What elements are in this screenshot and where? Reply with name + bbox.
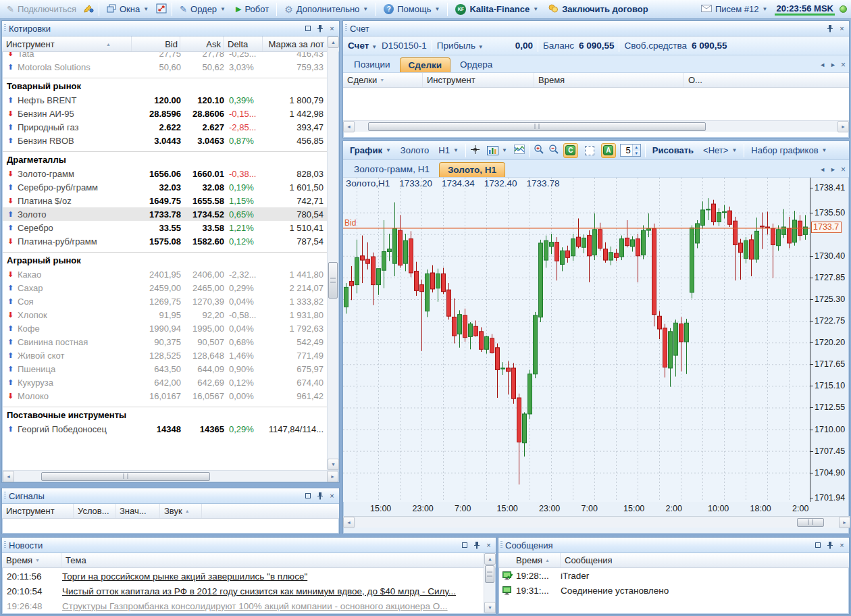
crosshair-icon[interactable] [470, 145, 480, 157]
scrollbar-thumb[interactable] [797, 518, 824, 527]
close-icon[interactable]: × [328, 24, 336, 33]
quote-row[interactable]: ⬇Бензин АИ-9528.859628.8606-0,15...1 442… [3, 107, 327, 120]
quote-row[interactable]: ⬆Соя1269,751270,390,04%1 333,82 [3, 294, 327, 308]
quotes-table-header[interactable]: Инструмент▲ Bid Ask Delta Маржа за лот [2, 36, 339, 52]
scroll-left-icon[interactable]: ◄ [343, 517, 355, 528]
column-time[interactable]: Время▲ [498, 553, 561, 567]
chart-plot[interactable]: Золото,H1 1733.20 1734.34 1732.40 1733.7… [343, 178, 810, 502]
quote-row[interactable]: ⬇Молоко16,016716,05670,00%961,42 [3, 389, 327, 403]
column-time[interactable]: Время [534, 73, 684, 87]
message-row[interactable]: 19:31:...Соединение установлено [498, 583, 849, 598]
tab-scroll-left-icon[interactable]: ◄ [819, 166, 825, 173]
scroll-up-icon[interactable]: ▲ [484, 553, 496, 565]
quote-row[interactable]: ⬆Кофе1990,941995,000,04%1 792,63 [3, 322, 327, 335]
quote-row[interactable]: ⬆Природный газ2.6222.627-2,85...393,47 [3, 120, 327, 134]
account-selector[interactable]: Счет ▼ [348, 41, 377, 51]
close-icon[interactable]: × [484, 541, 493, 550]
pin-icon[interactable] [315, 24, 324, 33]
chart-symbol-select[interactable]: Золото [398, 144, 432, 157]
candles-mode-button[interactable]: C [563, 143, 578, 158]
scrollbar-thumb[interactable] [368, 122, 706, 131]
extra-menu[interactable]: ⚙ Дополнительно ▼ [282, 3, 371, 16]
pin-icon[interactable] [315, 492, 324, 500]
tab-gold-gram[interactable]: Золото-грамм, H1 [346, 161, 438, 177]
spin-down-icon[interactable]: ▼ [633, 151, 640, 157]
tab-orders[interactable]: Ордера [452, 57, 500, 72]
close-icon[interactable]: × [837, 24, 846, 33]
pin-icon[interactable] [825, 541, 834, 550]
quotes-title-bar[interactable]: Котировки × [2, 21, 339, 36]
maximize-icon[interactable] [813, 541, 822, 550]
column-deals[interactable]: Сделки▼ [343, 73, 423, 87]
account-title-bar[interactable]: Счет × [343, 21, 849, 36]
help-menu[interactable]: ? Помощь ▼ [381, 3, 442, 16]
signals-table-header[interactable]: Инструмент Услов... Знач... Звук▲ [2, 504, 339, 519]
indicators-icon[interactable] [514, 145, 525, 156]
messages-table-header[interactable]: Время▲ Сообщения [498, 553, 849, 568]
news-table-header[interactable]: Время▼ Тема [2, 553, 496, 568]
scroll-left-icon[interactable]: ◄ [3, 471, 14, 482]
column-value[interactable]: Знач... [115, 504, 160, 518]
quotes-horizontal-scrollbar[interactable]: ◄ ► [3, 470, 338, 482]
price-axis[interactable]: 1738.411735.501730.401727.851725.301722.… [810, 178, 850, 502]
column-topic[interactable]: Тема [61, 553, 484, 567]
pin-icon[interactable] [472, 541, 481, 550]
connection-settings-icon[interactable] [84, 3, 94, 15]
messages-title-bar[interactable]: Сообщения × [498, 538, 849, 553]
pin-icon[interactable] [825, 24, 834, 33]
quote-row[interactable]: ⬆Живой скот128,525128,6481,46%771,49 [3, 349, 327, 362]
quote-row[interactable]: ⬆Серебро-руб/грамм32.0332.080,19%1 601,5… [3, 180, 327, 194]
quote-row[interactable]: ⬇Золото-грамм1656.061660.01-0,38...828,0… [3, 167, 327, 180]
tab-scroll-right-icon[interactable]: ► [830, 61, 836, 68]
quote-row[interactable]: ⬆Георгий Победоносец14348143650,29%1147,… [3, 422, 327, 436]
news-topic-link[interactable]: Чистый отток капитала из РФ в 2012 году … [62, 586, 484, 596]
quote-row[interactable]: ⬆Motorola Solutions50,6050,623,03%759,33 [3, 60, 327, 74]
zoom-in-icon[interactable] [534, 144, 544, 157]
quote-row[interactable]: ⬇Платина-руб/грамм1575.081582.600,12%787… [3, 234, 327, 248]
news-title-bar[interactable]: Новости × [2, 538, 496, 553]
chart-type-icon[interactable]: ▼ [484, 145, 510, 157]
column-condition[interactable]: Услов... [74, 504, 115, 518]
scroll-down-icon[interactable]: ▼ [328, 459, 339, 470]
column-delta[interactable]: Delta [224, 36, 263, 51]
scroll-right-icon[interactable]: ► [837, 121, 849, 132]
tab-scroll-right-icon[interactable]: ► [830, 166, 836, 173]
column-sound[interactable]: Звук▲ [160, 504, 202, 518]
tab-positions[interactable]: Позиции [346, 57, 398, 72]
column-ask[interactable]: Ask [180, 36, 224, 51]
quote-row[interactable]: ⬆Бензин RBOB3.04433.04630,87%456,85 [3, 134, 327, 147]
tab-gold[interactable]: Золото, H1 [439, 162, 505, 177]
scrollbar-thumb[interactable] [485, 565, 494, 583]
server-clock[interactable]: 20:23:56 MSK [775, 3, 835, 16]
signals-title-bar[interactable]: Сигналы × [2, 488, 339, 504]
zoom-out-icon[interactable] [548, 144, 559, 157]
quote-row[interactable]: ⬆Пшеница643,50644,090,90%675,97 [3, 362, 327, 376]
news-row[interactable]: 20:11:56Торги на российском рынке акций … [3, 569, 484, 584]
close-icon[interactable]: × [841, 165, 846, 174]
close-icon[interactable]: × [837, 541, 846, 550]
quote-row[interactable]: ⬇Хлопок91,9592,20-0,58...1 931,80 [3, 308, 327, 322]
quote-row[interactable]: ⬆Серебро33.5533.581,21%1 510,41 [3, 221, 327, 234]
column-margin[interactable]: Маржа за лот [263, 36, 328, 51]
column-instrument[interactable]: Инструмент [423, 73, 534, 87]
news-vertical-scrollbar[interactable]: ▲ ▼ [484, 553, 495, 613]
column-extra[interactable]: О... [684, 73, 849, 87]
chart-menu[interactable]: График▼ [347, 144, 394, 157]
quotes-vertical-scrollbar[interactable]: ▲ ▼ [327, 36, 338, 470]
scroll-left-icon[interactable]: ◄ [343, 121, 355, 132]
spin-up-icon[interactable]: ▲ [633, 145, 640, 151]
expand-window-button[interactable] [156, 3, 167, 16]
deals-table-header[interactable]: Сделки▼ Инструмент Время О... [343, 73, 849, 88]
column-message[interactable]: Сообщения [561, 553, 849, 567]
tab-deals[interactable]: Сделки [400, 57, 450, 72]
close-icon[interactable]: × [841, 60, 846, 70]
column-time[interactable]: Время▼ [2, 553, 61, 567]
scroll-right-icon[interactable]: ► [839, 517, 850, 528]
maximize-icon[interactable] [303, 492, 312, 500]
quote-row[interactable]: ⬆Золото1733.781734.520,65%780,54 [3, 207, 327, 221]
scroll-down-icon[interactable]: ▼ [484, 602, 496, 613]
robot-button[interactable]: ▶ Робот [233, 3, 272, 16]
broker-menu[interactable]: KF Kalita-Finance ▼ [453, 3, 541, 16]
quote-row[interactable]: ⬇Tata27,7527,78-0,25...416,43 [3, 52, 327, 60]
news-topic-link[interactable]: Торги на российском рынке акций завершил… [62, 571, 484, 582]
